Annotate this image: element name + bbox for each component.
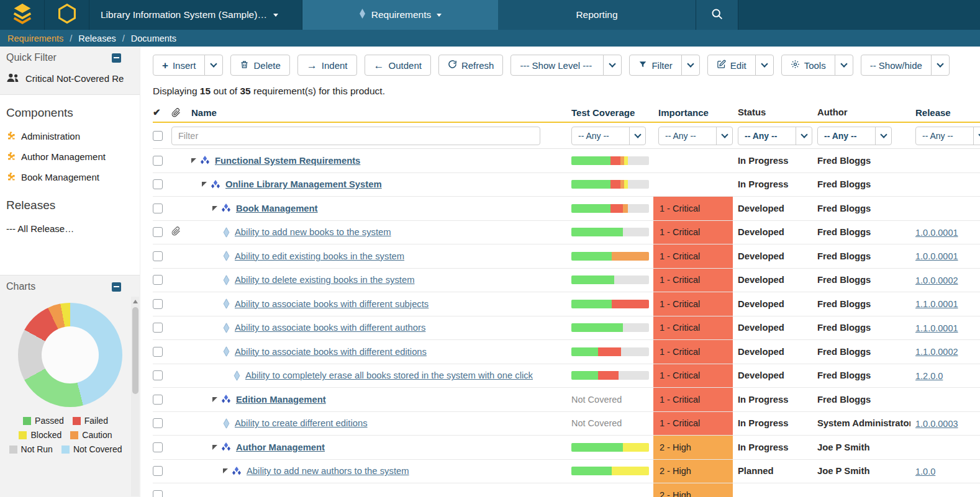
release-link[interactable]: 1.1.0.0001 bbox=[915, 323, 958, 333]
row-checkbox[interactable] bbox=[153, 347, 163, 357]
sidebar-item-author-management[interactable]: Author Management bbox=[6, 146, 134, 167]
quick-filter-panel: Quick Filter Critical Not-Covered Re bbox=[0, 47, 140, 95]
requirement-link[interactable]: Ability to edit existing books in the sy… bbox=[235, 251, 404, 261]
insert-dropdown-button[interactable] bbox=[204, 55, 223, 76]
sidebar-scrollbar[interactable] bbox=[131, 297, 139, 496]
row-checkbox[interactable] bbox=[153, 466, 163, 476]
requirement-link[interactable]: Functional System Requirements bbox=[215, 156, 360, 166]
edit-button[interactable]: Edit bbox=[707, 55, 756, 76]
tab-reporting[interactable]: Reporting bbox=[498, 0, 696, 30]
breadcrumb-requirements[interactable]: Requirements bbox=[7, 34, 63, 43]
show-hide-select[interactable]: -- Show/hide bbox=[861, 55, 950, 76]
collapse-arrow[interactable] bbox=[223, 468, 228, 473]
breadcrumb-releases[interactable]: Releases bbox=[78, 34, 116, 43]
app-logo[interactable] bbox=[0, 0, 44, 30]
column-author[interactable]: Author bbox=[812, 107, 910, 117]
requirement-link[interactable]: Ability to associate books with differen… bbox=[235, 299, 429, 309]
column-status[interactable]: Status bbox=[733, 107, 812, 117]
select-all-checkbox[interactable] bbox=[153, 131, 163, 141]
collapse-panel-icon[interactable] bbox=[112, 53, 121, 63]
author-filter-select[interactable]: -- Any -- bbox=[817, 127, 892, 145]
row-checkbox[interactable] bbox=[153, 156, 163, 166]
refresh-button[interactable]: Refresh bbox=[438, 55, 504, 76]
breadcrumb-documents[interactable]: Documents bbox=[131, 34, 176, 43]
release-link[interactable]: 1.0.0.0001 bbox=[915, 251, 958, 261]
release-link[interactable]: 1.0.0.0003 bbox=[915, 419, 958, 429]
requirement-link[interactable]: Ability to add new authors to the system bbox=[247, 466, 409, 476]
row-checkbox[interactable] bbox=[153, 418, 163, 428]
tools-button[interactable]: Tools bbox=[781, 55, 835, 76]
release-link[interactable]: 1.2.0.0 bbox=[915, 371, 943, 381]
requirement-link[interactable]: Online Library Management System bbox=[225, 179, 382, 189]
sidebar-item-all-releases[interactable]: --- All Release… bbox=[6, 218, 134, 239]
sidebar-item-book-management[interactable]: Book Management bbox=[6, 167, 134, 187]
components-section: Components Administration Author Managem… bbox=[0, 106, 140, 239]
requirement-link[interactable]: Book Management bbox=[236, 204, 318, 213]
requirement-link[interactable]: Author Management bbox=[236, 442, 325, 452]
requirement-link[interactable]: Ability to add new books to the system bbox=[235, 227, 391, 237]
release-link[interactable]: 1.1.0.0002 bbox=[915, 347, 958, 357]
release-filter-select[interactable]: -- Any -- bbox=[915, 127, 980, 145]
name-filter-input[interactable] bbox=[171, 127, 540, 145]
indent-button[interactable]: →Indent bbox=[297, 55, 357, 76]
column-name[interactable]: Name bbox=[188, 107, 566, 118]
outdent-button[interactable]: ←Outdent bbox=[365, 55, 431, 76]
edit-dropdown-button[interactable] bbox=[755, 55, 774, 76]
delete-button[interactable]: Delete bbox=[230, 55, 289, 76]
navbar-spacer bbox=[738, 0, 980, 30]
collapse-arrow[interactable] bbox=[212, 445, 217, 450]
release-link[interactable]: 1.0.0.0001 bbox=[915, 228, 958, 238]
tools-dropdown-button[interactable] bbox=[835, 55, 853, 76]
release-link[interactable]: 1.0.0.0002 bbox=[915, 275, 958, 285]
importance-filter-select[interactable]: -- Any -- bbox=[658, 127, 733, 145]
scrollbar-up-button[interactable] bbox=[131, 297, 139, 306]
row-checkbox[interactable] bbox=[153, 395, 163, 405]
row-checkbox[interactable] bbox=[153, 179, 163, 189]
importance-cell bbox=[653, 173, 733, 197]
requirement-icon bbox=[223, 418, 230, 429]
column-test-coverage[interactable]: Test Coverage bbox=[566, 107, 653, 118]
release-link[interactable]: 1.1.0.0001 bbox=[915, 299, 958, 309]
status-cell: In Progress bbox=[733, 156, 812, 166]
column-release[interactable]: Release bbox=[910, 107, 980, 118]
column-importance[interactable]: Importance bbox=[653, 107, 733, 118]
collapse-arrow[interactable] bbox=[212, 206, 217, 211]
requirement-link[interactable]: Ability to delete existing books in the … bbox=[235, 275, 415, 285]
row-checkbox[interactable] bbox=[153, 442, 163, 452]
row-checkbox[interactable] bbox=[153, 204, 163, 213]
collapse-arrow[interactable] bbox=[202, 182, 207, 187]
sidebar-item-administration[interactable]: Administration bbox=[6, 126, 134, 146]
insert-button[interactable]: +Insert bbox=[153, 55, 205, 76]
workspace-switcher[interactable] bbox=[45, 0, 89, 30]
row-checkbox[interactable] bbox=[153, 370, 163, 380]
release-link[interactable]: 1.0.0 bbox=[915, 467, 935, 477]
table-row: Ability to delete existing books in the … bbox=[153, 269, 980, 293]
status-filter-select[interactable]: -- Any -- bbox=[738, 127, 812, 145]
search-icon bbox=[710, 7, 724, 23]
row-checkbox[interactable] bbox=[153, 227, 163, 237]
tab-requirements[interactable]: Requirements bbox=[302, 0, 498, 30]
requirement-link[interactable]: Ability to associate books with differen… bbox=[235, 323, 425, 333]
collapse-arrow[interactable] bbox=[212, 397, 217, 402]
row-checkbox[interactable] bbox=[153, 251, 163, 261]
filter-button[interactable]: Filter bbox=[629, 55, 681, 76]
project-selector[interactable]: Library Information System (Sample)… bbox=[89, 0, 302, 30]
filter-dropdown-button[interactable] bbox=[681, 55, 700, 76]
row-checkbox[interactable] bbox=[153, 490, 163, 497]
test-coverage-filter-select[interactable]: -- Any -- bbox=[571, 127, 646, 145]
importance-label: 1 - Critical bbox=[653, 364, 733, 388]
requirement-link[interactable]: Edition Management bbox=[236, 395, 326, 405]
show-level-select[interactable]: --- Show Level --- bbox=[510, 55, 622, 76]
search-button[interactable] bbox=[696, 0, 738, 30]
requirement-link[interactable]: Ability to associate books with differen… bbox=[235, 347, 427, 357]
summary-requirement-icon bbox=[221, 442, 231, 452]
collapse-arrow[interactable] bbox=[191, 158, 196, 163]
quick-filter-item[interactable]: Critical Not-Covered Re bbox=[0, 66, 140, 94]
row-checkbox[interactable] bbox=[153, 323, 163, 333]
row-checkbox[interactable] bbox=[153, 275, 163, 285]
requirement-link[interactable]: Ability to create different editions bbox=[235, 418, 368, 428]
scrollbar-thumb[interactable] bbox=[132, 307, 138, 394]
row-checkbox[interactable] bbox=[153, 299, 163, 309]
requirement-link[interactable]: Ability to completely erase all books st… bbox=[245, 370, 533, 380]
collapse-panel-icon[interactable] bbox=[112, 282, 121, 292]
